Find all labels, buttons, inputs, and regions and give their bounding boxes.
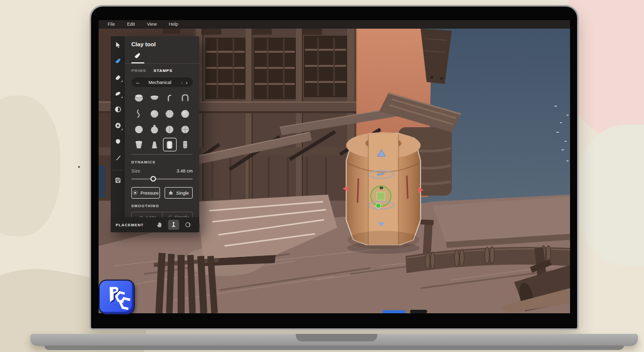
stamp-rock[interactable] — [147, 107, 161, 120]
placement-heading: PLACEMENT — [116, 223, 144, 227]
save-icon — [114, 177, 122, 184]
stamp-grid — [131, 91, 193, 151]
clay-variant-icon[interactable] — [131, 52, 143, 60]
tool-variant-row — [131, 52, 193, 63]
flatten-tool-button[interactable] — [112, 104, 123, 115]
panel-tabs: PRIMS STAMPS — [131, 68, 193, 73]
menu-view[interactable]: View — [141, 20, 163, 29]
single-button[interactable]: Single — [165, 187, 193, 199]
place-icon — [170, 221, 177, 228]
size-value: 3.48 cm — [177, 168, 193, 173]
stamp-sphere-smooth[interactable] — [132, 122, 146, 136]
tab-stamps[interactable]: STAMPS — [153, 68, 173, 73]
erase-tool-button[interactable] — [112, 71, 123, 82]
size-label: Size — [131, 168, 140, 173]
size-slider[interactable] — [131, 176, 193, 182]
paint-tool-button[interactable] — [112, 152, 123, 163]
bg-blob-left — [0, 96, 60, 236]
orbit-icon — [184, 221, 191, 228]
stamp-canister[interactable] — [178, 138, 192, 151]
bg-speck — [78, 166, 80, 168]
stamp-bowl[interactable] — [147, 91, 161, 105]
place-tool-button[interactable] — [168, 220, 179, 230]
crease-tool-button[interactable] — [112, 120, 123, 131]
save-button[interactable] — [112, 174, 123, 186]
category-next-icon[interactable]: › — [185, 79, 189, 85]
crease-icon — [114, 122, 122, 129]
select-tool-button[interactable] — [112, 39, 123, 50]
pressure-button[interactable]: Pressure — [131, 187, 160, 199]
smoothing-heading: SMOOTHING — [131, 204, 193, 208]
brush-icon — [114, 154, 122, 161]
placement-bar: PLACEMENT — [111, 217, 199, 232]
smudge-icon — [114, 90, 122, 97]
stamp-sphere[interactable] — [178, 107, 192, 120]
panel-title: Clay tool — [131, 41, 193, 47]
pressure-icon — [132, 190, 138, 196]
tool-strip — [111, 36, 125, 217]
hand-icon — [156, 221, 163, 228]
clay-tool-panel: Clay tool PRIMS STAMPS ← Mechanical ‹ › … — [125, 36, 199, 217]
blob-icon — [114, 138, 122, 145]
stamp-riveted-sphere[interactable] — [163, 107, 177, 120]
eraser-icon — [114, 73, 122, 81]
stamp-hook[interactable] — [163, 91, 177, 105]
laptop-base-lip — [44, 345, 624, 350]
laptop-base — [30, 334, 638, 346]
stamp-bolt-sphere[interactable] — [163, 122, 177, 136]
smudge-tool-button[interactable] — [112, 87, 123, 99]
tab-prims[interactable]: PRIMS — [131, 68, 146, 73]
stamp-cylinder[interactable] — [163, 138, 177, 151]
bottom-edge-fragments — [383, 310, 427, 313]
toolstrip-divider — [113, 170, 123, 170]
panel-divider — [125, 63, 199, 64]
variant-active-underline — [131, 62, 144, 63]
laptop-base-notch — [296, 334, 377, 341]
stamp-handle[interactable] — [178, 91, 192, 105]
stamp-cone[interactable] — [147, 138, 161, 151]
gizmo-green-dot[interactable] — [376, 203, 381, 208]
cursor-icon — [114, 41, 122, 49]
menu-edit[interactable]: Edit — [121, 20, 141, 29]
size-slider-track — [131, 179, 193, 180]
left-navy-patch — [99, 165, 106, 198]
menu-bar: FileEditViewHelp — [99, 20, 570, 29]
stamp-cross-sphere[interactable] — [178, 122, 192, 136]
category-back-icon[interactable]: ← — [135, 77, 141, 87]
dynamics-heading: DYNAMICS — [131, 160, 193, 164]
stamp-bucket[interactable] — [132, 138, 146, 151]
stamp-wire[interactable] — [132, 107, 146, 120]
pcc-logo — [99, 280, 135, 315]
menu-file[interactable]: File — [102, 20, 121, 29]
size-slider-knob[interactable] — [150, 176, 156, 182]
menu-help[interactable]: Help — [163, 20, 184, 29]
laptop-screen: FileEditViewHelp — [90, 5, 579, 330]
stamp-icon — [168, 190, 174, 196]
hand-tool-button[interactable] — [154, 220, 165, 230]
stamp-knob-sphere[interactable] — [147, 122, 161, 136]
category-prev-icon[interactable]: ‹ — [179, 79, 185, 85]
stamp-category-pill: ← Mechanical ‹ › — [131, 77, 193, 87]
placement-tools — [154, 220, 194, 230]
pcc-logo-glyph — [101, 282, 133, 313]
clay-tool-button[interactable] — [112, 55, 123, 66]
app-window: FileEditViewHelp — [99, 20, 570, 313]
split-icon — [114, 106, 122, 113]
stamp-barrel[interactable] — [132, 91, 146, 105]
stamp-scrollbar[interactable] — [131, 154, 193, 155]
bg-blob-sage — [578, 125, 644, 266]
clay-icon — [114, 57, 122, 65]
inflate-tool-button[interactable] — [112, 136, 123, 147]
category-label: Mechanical — [141, 80, 179, 85]
orbit-tool-button[interactable] — [182, 220, 193, 230]
